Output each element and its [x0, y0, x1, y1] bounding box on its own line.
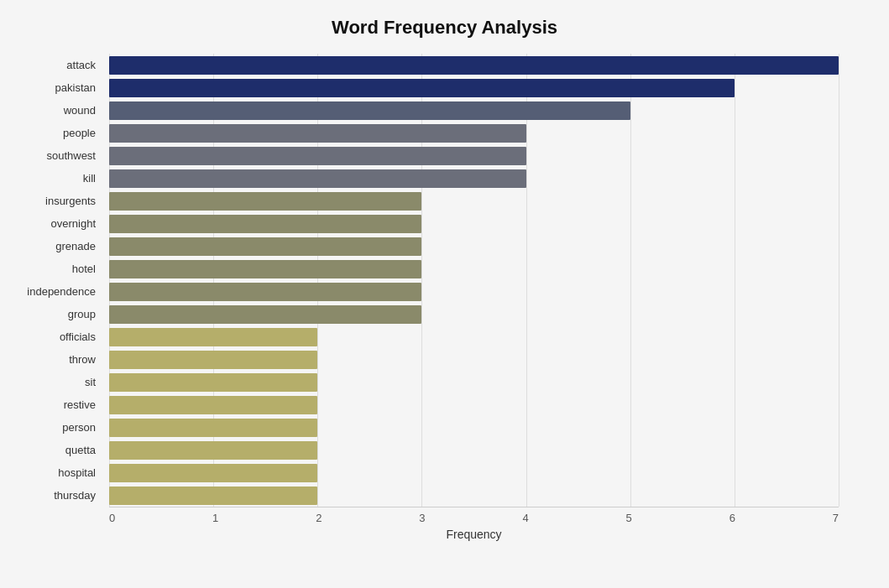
bar — [109, 101, 630, 120]
bar — [109, 192, 421, 211]
bar-label: hospital — [10, 466, 102, 479]
bar — [109, 283, 421, 301]
bar-row: people — [109, 123, 839, 143]
bar — [109, 464, 317, 482]
bar — [109, 56, 839, 75]
bar-row: insurgents — [109, 191, 839, 211]
bar-label: southwest — [10, 149, 102, 162]
bar-label: thursday — [10, 489, 102, 502]
bar-row: grenade — [109, 237, 839, 257]
bar-label: officials — [10, 330, 102, 343]
bar-row: thursday — [109, 486, 839, 506]
x-axis-label: Frequency — [109, 528, 839, 541]
bar — [109, 215, 421, 233]
bar — [109, 260, 421, 278]
bar-row: person — [109, 418, 839, 438]
bar — [109, 351, 317, 369]
bar-label: quetta — [10, 444, 102, 456]
bar — [109, 396, 317, 414]
bar-label: kill — [10, 172, 102, 185]
bar — [109, 419, 317, 437]
bar-label: sit — [10, 376, 102, 388]
x-tick: 7 — [833, 512, 839, 524]
x-tick: 0 — [109, 512, 115, 524]
bar-label: insurgents — [10, 195, 102, 207]
chart-title: Word Frequency Analysis — [50, 17, 839, 39]
bars-wrapper: attackpakistanwoundpeoplesouthwestkillin… — [109, 54, 839, 507]
x-ticks: 01234567 — [109, 507, 839, 524]
bar-row: throw — [109, 350, 839, 370]
bar-label: grenade — [10, 240, 102, 252]
bar-row: hotel — [109, 259, 839, 279]
bar-label: wound — [10, 104, 102, 117]
bar-row: attack — [109, 55, 839, 75]
x-tick: 1 — [212, 512, 218, 524]
bar-row: hospital — [109, 463, 839, 483]
bar — [109, 487, 317, 505]
bar-label: throw — [10, 353, 102, 366]
bar — [109, 237, 421, 256]
bar-row: kill — [109, 169, 839, 189]
bar — [109, 124, 526, 143]
bar — [109, 79, 735, 97]
bar — [109, 373, 317, 392]
bar-label: person — [10, 421, 102, 434]
bar-row: pakistan — [109, 78, 839, 98]
bar-row: overnight — [109, 214, 839, 234]
bar-row: independence — [109, 282, 839, 302]
x-tick: 3 — [419, 512, 425, 524]
bar — [109, 147, 526, 165]
bar-row: restive — [109, 395, 839, 415]
bar-label: hotel — [10, 263, 102, 275]
bar-label: independence — [10, 285, 102, 298]
bar-label: pakistan — [10, 81, 102, 94]
x-axis: 01234567 Frequency — [109, 507, 839, 540]
bar-label: attack — [10, 59, 102, 71]
bar-label: restive — [10, 398, 102, 411]
bar-row: sit — [109, 372, 839, 393]
x-tick: 5 — [626, 512, 632, 524]
bar-row: officials — [109, 327, 839, 347]
bar-label: overnight — [10, 217, 102, 230]
x-tick: 6 — [730, 512, 735, 524]
bar — [109, 441, 317, 460]
bar-label: group — [10, 308, 102, 320]
x-tick: 2 — [316, 512, 322, 524]
bar-row: group — [109, 304, 839, 325]
x-tick: 4 — [522, 512, 528, 524]
bar — [109, 169, 526, 188]
gridline — [839, 54, 839, 507]
chart-area: attackpakistanwoundpeoplesouthwestkillin… — [109, 54, 839, 540]
bar-row: wound — [109, 101, 839, 121]
bar-row: southwest — [109, 146, 839, 166]
chart-container: Word Frequency Analysis attackpakistanwo… — [0, 0, 889, 588]
x-axis-line — [109, 507, 839, 507]
bar — [109, 328, 317, 346]
bar-label: people — [10, 127, 102, 139]
bar-row: quetta — [109, 440, 839, 461]
bar — [109, 305, 421, 324]
